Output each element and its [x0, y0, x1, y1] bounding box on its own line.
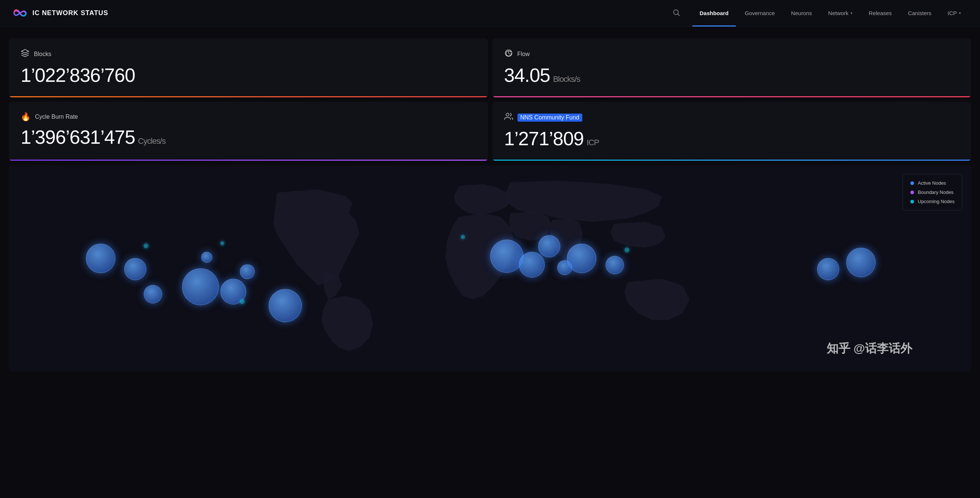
chevron-down-icon-2: ▾	[959, 11, 961, 15]
nns-card: NNS Community Fund 1’271’809ICP	[492, 102, 972, 161]
cycle-burn-card: 🔥 Cycle Burn Rate 1’396’631’475Cycles/s	[9, 102, 488, 161]
nns-label: NNS Community Fund	[517, 113, 582, 122]
boundary-nodes-label: Boundary Nodes	[918, 189, 953, 195]
nav-link-governance[interactable]: Governance	[738, 7, 783, 19]
nav-link-neurons[interactable]: Neurons	[784, 7, 819, 19]
logo[interactable]: IC NETWORK STATUS	[12, 5, 108, 21]
nns-header: NNS Community Fund	[504, 112, 960, 123]
fire-icon: 🔥	[21, 112, 30, 122]
node-bubble-eu6	[557, 260, 572, 275]
node-bubble-eu2	[519, 252, 545, 278]
navbar: IC NETWORK STATUS Dashboard Governance N…	[0, 0, 980, 27]
nav-title: IC NETWORK STATUS	[32, 9, 108, 17]
flow-card: Flow 34.05Blocks/s	[492, 38, 972, 97]
node-bubble-eu1	[490, 240, 523, 273]
svg-line-1	[678, 14, 679, 16]
nav-links: Dashboard Governance Neurons Network ▾ R…	[692, 7, 968, 19]
flow-header: Flow	[504, 49, 960, 60]
node-bubble-na3	[182, 268, 219, 305]
community-icon	[504, 112, 513, 123]
world-map: Active Nodes Boundary Nodes Upcoming Nod…	[9, 165, 971, 372]
node-bubble-as1	[817, 258, 839, 280]
svg-point-3	[506, 113, 509, 116]
flow-icon	[504, 49, 513, 60]
nav-link-releases[interactable]: Releases	[861, 7, 899, 19]
cycle-burn-value: 1’396’631’475Cycles/s	[21, 127, 476, 147]
svg-point-0	[674, 10, 679, 14]
nav-link-dashboard[interactable]: Dashboard	[692, 7, 736, 19]
map-legend: Active Nodes Boundary Nodes Upcoming Nod…	[903, 174, 962, 210]
watermark: 知乎 @话李话外	[827, 340, 912, 357]
upcoming-node-3	[240, 299, 244, 304]
boundary-nodes-dot	[910, 191, 914, 194]
legend-upcoming-nodes: Upcoming Nodes	[910, 199, 955, 204]
active-nodes-dot	[910, 181, 914, 185]
blocks-icon	[21, 49, 30, 60]
search-icon[interactable]	[672, 8, 680, 18]
node-bubble-na7	[240, 264, 255, 279]
nav-link-icp[interactable]: ICP ▾	[940, 7, 968, 19]
legend-boundary-nodes: Boundary Nodes	[910, 189, 955, 195]
chevron-down-icon: ▾	[851, 11, 853, 15]
node-bubble-na4	[144, 285, 162, 303]
node-bubble-as2	[846, 248, 876, 277]
upcoming-node-5	[625, 248, 629, 252]
blocks-card: Blocks 1’022’836’760	[9, 38, 488, 97]
upcoming-nodes-label: Upcoming Nodes	[918, 199, 955, 204]
node-bubble-na2	[124, 258, 146, 280]
legend-active-nodes: Active Nodes	[910, 180, 955, 186]
logo-icon	[12, 5, 28, 21]
blocks-value: 1’022’836’760	[21, 65, 476, 85]
stats-grid: Blocks 1’022’836’760 Flow 34.05Blocks/s	[9, 38, 971, 161]
main-content: Blocks 1’022’836’760 Flow 34.05Blocks/s	[0, 27, 980, 372]
blocks-header: Blocks	[21, 49, 476, 60]
nav-link-canisters[interactable]: Canisters	[901, 7, 939, 19]
cycle-burn-header: 🔥 Cycle Burn Rate	[21, 112, 476, 122]
upcoming-node-1	[144, 243, 148, 248]
node-bubble-eu5	[606, 256, 624, 274]
nav-link-network[interactable]: Network ▾	[821, 7, 860, 19]
upcoming-nodes-dot	[910, 200, 914, 204]
nns-value: 1’271’809ICP	[504, 129, 960, 148]
node-bubble-na6	[269, 289, 302, 322]
active-nodes-label: Active Nodes	[918, 180, 946, 186]
node-bubble-na1	[86, 243, 115, 273]
flow-value: 34.05Blocks/s	[504, 65, 960, 85]
blocks-label: Blocks	[34, 51, 51, 57]
flow-label: Flow	[517, 51, 530, 57]
cycle-burn-label: Cycle Burn Rate	[35, 113, 78, 120]
